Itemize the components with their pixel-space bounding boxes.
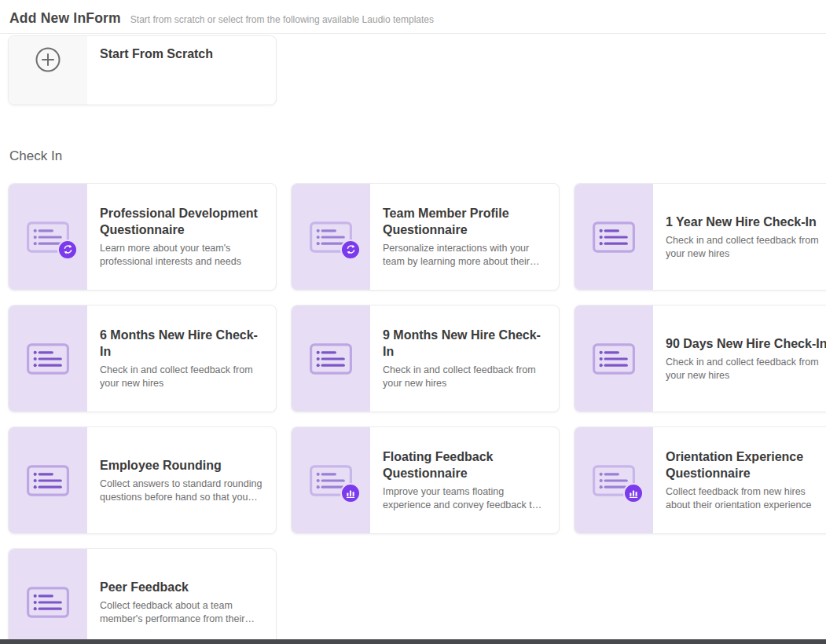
template-icon-tile	[9, 549, 87, 644]
template-card-employee-rounding[interactable]: Employee Rounding Collect answers to sta…	[8, 426, 277, 534]
plus-circle-icon	[35, 47, 61, 72]
form-list-icon	[591, 220, 637, 254]
form-list-icon	[25, 463, 71, 498]
template-icon-tile	[9, 427, 87, 533]
bottom-edge-bar	[0, 639, 826, 644]
start-from-scratch-card[interactable]: Start From Scratch	[8, 35, 277, 105]
page-subtitle: Start from scratch or select from the fo…	[130, 14, 434, 25]
template-card-9-months-new-hire-check-in[interactable]: 9 Months New Hire Check-In Check in and …	[291, 305, 560, 412]
template-card-peer-feedback[interactable]: Peer Feedback Collect feedback about a t…	[8, 548, 277, 644]
sync-badge-icon	[57, 240, 78, 260]
form-list-icon	[25, 585, 71, 620]
template-description: Check in and collect feedback from your …	[100, 364, 263, 390]
template-card-orientation-experience-questionnaire[interactable]: Orientation Experience Questionnaire Col…	[574, 426, 826, 534]
page-title: Add New InForm	[9, 10, 121, 27]
template-card-1-year-new-hire-check-in[interactable]: 1 Year New Hire Check-In Check in and co…	[574, 183, 826, 291]
template-description: Collect feedback about a team member's p…	[100, 599, 263, 626]
template-title: Peer Feedback	[100, 579, 263, 595]
template-icon-tile	[292, 306, 370, 412]
template-title: Professional Development Questionnaire	[100, 205, 263, 238]
page-header: Add New InForm Start from scratch or sel…	[0, 0, 826, 34]
template-icon-tile	[292, 184, 370, 290]
template-title: Orientation Experience Questionnaire	[666, 448, 826, 481]
form-list-icon	[25, 342, 71, 376]
sync-badge-icon	[340, 240, 361, 260]
template-icon-tile	[9, 306, 87, 412]
template-card-6-months-new-hire-check-in[interactable]: 6 Months New Hire Check-In Check in and …	[8, 305, 277, 412]
start-icon-tile	[9, 36, 87, 104]
template-description: Check in and collect feedback from your …	[666, 356, 826, 382]
template-description: Check in and collect feedback from your …	[666, 234, 826, 261]
bar-chart-badge-icon	[623, 483, 644, 503]
template-title: Employee Rounding	[100, 457, 263, 474]
template-icon-tile	[9, 184, 87, 290]
template-title: 90 Days New Hire Check-In	[666, 335, 826, 352]
template-description: Learn more about your team's professiona…	[100, 242, 263, 269]
template-description: Collect answers to standard rounding que…	[100, 478, 263, 504]
template-card-floating-feedback-questionnaire[interactable]: Floating Feedback Questionnaire Improve …	[291, 426, 560, 534]
template-title: 1 Year New Hire Check-In	[666, 214, 826, 230]
form-list-icon	[591, 342, 637, 376]
template-title: Floating Feedback Questionnaire	[383, 448, 546, 481]
template-icon-tile	[575, 427, 653, 533]
template-icon-tile	[575, 306, 653, 412]
template-title: 9 Months New Hire Check-In	[383, 327, 546, 360]
template-card-90-days-new-hire-check-in[interactable]: 90 Days New Hire Check-In Check in and c…	[574, 305, 826, 412]
template-card-professional-development-questionnaire[interactable]: Professional Development Questionnaire L…	[8, 183, 277, 291]
template-description: Collect feedback from new hires about th…	[666, 485, 826, 512]
template-description: Check in and collect feedback from your …	[383, 364, 546, 390]
template-description: Improve your teams floating experience a…	[383, 485, 546, 512]
template-icon-tile	[292, 427, 370, 533]
template-card-team-member-profile-questionnaire[interactable]: Team Member Profile Questionnaire Person…	[291, 183, 560, 291]
start-from-scratch-label: Start From Scratch	[100, 47, 263, 61]
template-title: 6 Months New Hire Check-In	[100, 327, 263, 360]
template-icon-tile	[575, 184, 653, 290]
section-heading-check-in: Check In	[9, 148, 826, 164]
template-title: Team Member Profile Questionnaire	[383, 205, 546, 238]
bar-chart-badge-icon	[340, 483, 361, 503]
form-list-icon	[308, 342, 354, 376]
template-grid: Professional Development Questionnaire L…	[8, 183, 826, 644]
template-description: Personalize interactions with your team …	[383, 242, 546, 269]
